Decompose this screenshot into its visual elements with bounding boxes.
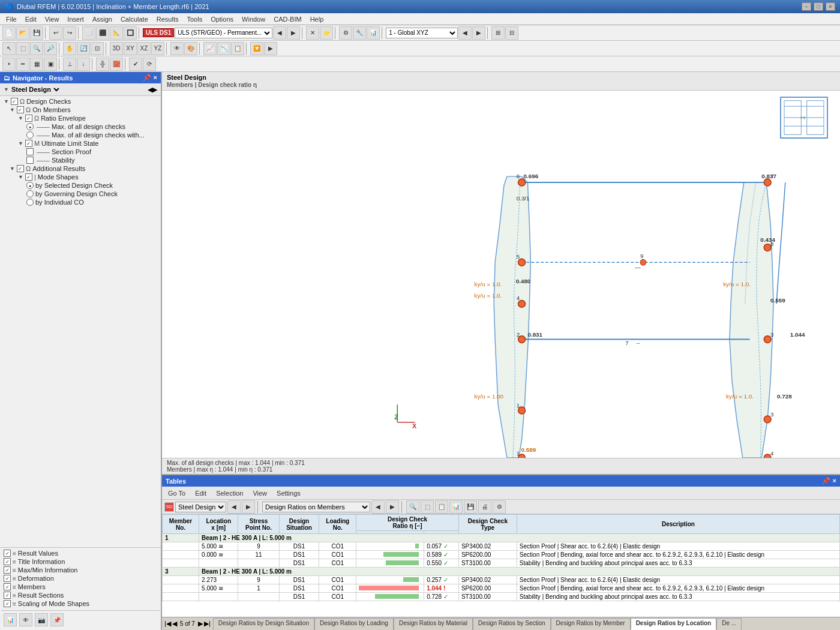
sp-checkbox[interactable]: [26, 148, 34, 155]
nav-pin-icon[interactable]: 📌: [143, 74, 151, 82]
nav-steel-design-select[interactable]: Steel Design: [9, 85, 61, 94]
tab-6[interactable]: De ...: [716, 618, 742, 630]
uls-checkbox[interactable]: [25, 140, 32, 147]
view-yz[interactable]: YZ: [151, 42, 164, 55]
nav-cam-btn[interactable]: 📷: [35, 613, 48, 626]
dc-checkbox[interactable]: [11, 98, 18, 105]
member-button[interactable]: ━: [16, 58, 29, 71]
tables-btn-7[interactable]: ⚙: [493, 500, 506, 514]
table-row[interactable]: 5.000 ≅ 1 DS1 CO1 1.044 ! SP6200.00 Sect…: [163, 584, 840, 593]
maw-radio[interactable]: [26, 131, 34, 139]
animate-button[interactable]: ▶: [264, 42, 277, 55]
nav-scaling[interactable]: ≡ Scaling of Mode Shapes: [1, 599, 160, 608]
prev-button[interactable]: ◀: [273, 26, 286, 40]
toolbar-btn-9[interactable]: 📊: [367, 26, 380, 40]
menu-tools[interactable]: Tools: [183, 14, 206, 24]
bsd-radio[interactable]: [26, 182, 34, 189]
toolbar-btn-3[interactable]: 📐: [110, 26, 123, 40]
nav-close-icon[interactable]: ×: [154, 74, 157, 82]
toolbar-btn-1[interactable]: ⬜: [82, 26, 95, 40]
cursor-button[interactable]: ↖: [2, 42, 16, 55]
stab-checkbox[interactable]: [26, 157, 34, 164]
tab-4[interactable]: Design Ratios by Member: [551, 618, 631, 630]
sc-checkbox[interactable]: [4, 600, 11, 607]
tables-view[interactable]: View: [250, 488, 269, 498]
menu-assign[interactable]: Assign: [89, 14, 116, 24]
next-button[interactable]: ▶: [287, 26, 300, 40]
menu-window[interactable]: Window: [238, 14, 269, 24]
bic-radio[interactable]: [26, 199, 34, 206]
menu-cad-bim[interactable]: CAD-BIM: [270, 14, 305, 24]
toolbar-btn-11[interactable]: ⊟: [505, 26, 518, 40]
tables-btn-3[interactable]: 📋: [435, 500, 448, 514]
table-row[interactable]: 2.273 9 DS1 CO1 0.257 ✓ SP3400.02 Sectio…: [163, 576, 840, 584]
menu-file[interactable]: File: [2, 14, 20, 24]
zoom-in-button[interactable]: 🔍: [30, 42, 43, 55]
calc-button[interactable]: ⟳: [143, 58, 156, 71]
table-row[interactable]: DS1 CO1 0.728 ✓ ST3100.00 Stability | Be…: [163, 593, 840, 601]
nav-eye-btn[interactable]: 👁: [19, 613, 32, 626]
tab-0[interactable]: Design Ratios by Design Situation: [213, 618, 314, 630]
nav-mode-shapes[interactable]: ▼ | Mode Shapes: [1, 173, 160, 181]
tables-edit[interactable]: Edit: [193, 488, 209, 498]
menu-edit[interactable]: Edit: [22, 14, 40, 24]
menu-calculate[interactable]: Calculate: [117, 14, 152, 24]
table-row[interactable]: DS1 CO1 0.550 ✓ ST3100.00 Stability | Be…: [163, 559, 840, 568]
tables-btn-5[interactable]: 💾: [464, 500, 477, 514]
ti-checkbox[interactable]: [4, 558, 11, 565]
tables-btn-4[interactable]: 📊: [449, 500, 463, 514]
nav-by-individual[interactable]: by Individual CO: [1, 198, 160, 206]
new-button[interactable]: 📄: [2, 26, 16, 40]
fit-button[interactable]: ⊡: [91, 42, 104, 55]
nav-result-sections[interactable]: ≡ Result Sections: [1, 591, 160, 599]
toolbar-btn-8[interactable]: 🔧: [353, 26, 366, 40]
toolbar-btn-6[interactable]: ⭐: [320, 26, 333, 40]
tables-btn-1[interactable]: 🔍: [406, 500, 419, 514]
nav-maxmin[interactable]: ≡ Max/Min Information: [1, 566, 160, 574]
tables-settings[interactable]: Settings: [274, 488, 303, 498]
nav-section-proof[interactable]: —— Section Proof: [1, 148, 160, 156]
pan-button[interactable]: ✋: [63, 42, 76, 55]
ms-checkbox[interactable]: [25, 173, 32, 181]
minimize-button[interactable]: −: [802, 2, 811, 11]
load-button[interactable]: ↓: [77, 58, 90, 71]
view-xy[interactable]: XY: [124, 42, 137, 55]
view-next[interactable]: ▶: [472, 26, 485, 40]
tab-3[interactable]: Design Ratios by Section: [473, 618, 551, 630]
tables-design-select[interactable]: Steel Design: [175, 502, 226, 512]
section-button[interactable]: ╬: [96, 58, 109, 71]
nav-dropdown-arrow[interactable]: ▼: [4, 86, 9, 92]
menu-options[interactable]: Options: [207, 14, 237, 24]
toolbar-btn-10[interactable]: ⊞: [491, 26, 505, 40]
display-button[interactable]: 👁: [170, 42, 184, 55]
tab-last-btn[interactable]: ▶|: [204, 620, 211, 628]
tables-next-btn[interactable]: ▶: [242, 500, 255, 514]
tables-report-next[interactable]: ▶: [386, 500, 399, 514]
viewport-canvas[interactable]: Z X: [162, 91, 840, 458]
maximize-button[interactable]: □: [814, 2, 823, 11]
surface-button[interactable]: ▦: [30, 58, 43, 71]
tables-prev-btn[interactable]: ◀: [227, 500, 241, 514]
tables-btn-2[interactable]: ⬚: [421, 500, 434, 514]
nav-stability[interactable]: —— Stability: [1, 156, 160, 164]
uls-combo[interactable]: ULS (STR/GEO) - Permanent...: [175, 28, 272, 38]
ma-radio[interactable]: [26, 123, 34, 130]
mm-checkbox[interactable]: [4, 566, 11, 574]
rs-checkbox[interactable]: [4, 592, 11, 599]
rv-checkbox[interactable]: [4, 550, 11, 557]
menu-help[interactable]: Help: [307, 14, 328, 24]
nav-on-members[interactable]: ▼ Ω On Members: [1, 106, 160, 114]
undo-button[interactable]: ↩: [49, 26, 62, 40]
nav-max-all[interactable]: —— Max. of all design checks: [1, 122, 160, 131]
toolbar-btn-4[interactable]: 🔲: [124, 26, 137, 40]
tab-2[interactable]: Design Ratios by Material: [394, 618, 473, 630]
tables-selection[interactable]: Selection: [214, 488, 245, 498]
support-button[interactable]: ⊥: [63, 58, 76, 71]
color-button[interactable]: 🎨: [184, 42, 197, 55]
nav-result-btn[interactable]: 📊: [4, 613, 17, 626]
toolbar-btn-7[interactable]: ⚙: [339, 26, 352, 40]
solid-button[interactable]: ▣: [44, 58, 57, 71]
tab-5[interactable]: Design Ratios by Location: [631, 618, 717, 630]
tab-next-btn[interactable]: ▶: [198, 620, 203, 628]
nav-uls[interactable]: ▼ M Ultimate Limit State: [1, 139, 160, 148]
